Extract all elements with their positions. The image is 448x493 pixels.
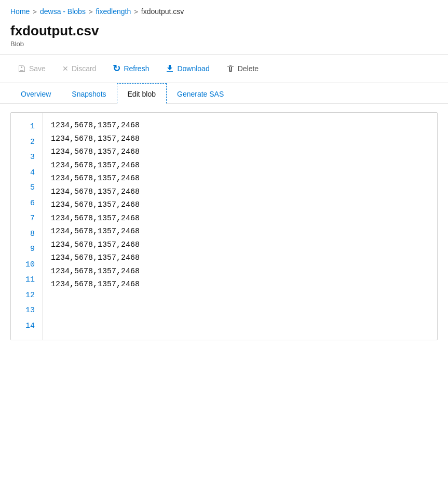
page-title: fxdoutput.csv <box>10 23 438 39</box>
editor-content: 1234567891011121314 1234,5678,1357,24681… <box>11 113 437 340</box>
line-number: 2 <box>11 135 42 150</box>
code-line: 1234,5678,1357,2468 <box>51 265 429 278</box>
discard-label: Discard <box>72 64 96 73</box>
breadcrumb-fixedlength[interactable]: fixedlength <box>96 7 131 16</box>
code-line: 1234,5678,1357,2468 <box>51 119 429 132</box>
line-number: 7 <box>11 211 42 226</box>
line-number: 4 <box>11 165 42 181</box>
line-number: 13 <box>11 303 42 318</box>
save-label: Save <box>29 64 46 73</box>
code-line: 1234,5678,1357,2468 <box>51 159 429 172</box>
line-numbers: 1234567891011121314 <box>11 113 42 340</box>
refresh-label: Refresh <box>124 64 149 73</box>
download-icon <box>166 64 174 73</box>
code-line: 1234,5678,1357,2468 <box>51 185 429 199</box>
code-line: 1234,5678,1357,2468 <box>51 198 429 212</box>
tab-overview[interactable]: Overview <box>10 84 61 103</box>
page-title-area: fxdoutput.csv Blob <box>0 21 448 55</box>
tab-snapshots[interactable]: Snapshots <box>61 84 116 103</box>
line-number: 8 <box>11 226 42 242</box>
delete-icon <box>226 64 235 73</box>
code-line: 1234,5678,1357,2468 <box>51 212 429 225</box>
save-icon <box>18 64 26 73</box>
line-number: 1 <box>11 119 42 135</box>
refresh-button[interactable]: ↻ Refresh <box>105 60 156 77</box>
toolbar: Save ✕ Discard ↻ Refresh Download Delete <box>0 55 448 83</box>
tabs: Overview Snapshots Edit blob Generate SA… <box>0 83 448 104</box>
breadcrumb-sep-1: > <box>33 8 37 16</box>
line-number: 9 <box>11 242 42 257</box>
line-number: 10 <box>11 257 42 273</box>
download-button[interactable]: Download <box>158 61 216 76</box>
code-line: 1234,5678,1357,2468 <box>51 251 429 265</box>
code-line: 1234,5678,1357,2468 <box>51 172 429 185</box>
code-line: 1234,5678,1357,2468 <box>51 225 429 238</box>
tab-edit-blob[interactable]: Edit blob <box>117 83 167 103</box>
editor-area: 1234567891011121314 1234,5678,1357,24681… <box>10 112 438 340</box>
line-number: 14 <box>11 318 42 334</box>
code-line: 1234,5678,1357,2468 <box>51 145 429 159</box>
line-number: 3 <box>11 150 42 165</box>
save-button[interactable]: Save <box>10 61 53 76</box>
line-number: 5 <box>11 180 42 196</box>
breadcrumb: Home > dewsa - Blobs > fixedlength > fxd… <box>0 0 448 21</box>
breadcrumb-sep-2: > <box>89 8 93 16</box>
discard-button[interactable]: ✕ Discard <box>55 61 103 76</box>
line-number: 11 <box>11 272 42 288</box>
line-number: 6 <box>11 196 42 211</box>
tab-generate-sas[interactable]: Generate SAS <box>167 84 234 103</box>
delete-button[interactable]: Delete <box>219 61 266 76</box>
discard-icon: ✕ <box>62 64 69 73</box>
page-subtitle: Blob <box>10 40 438 48</box>
code-line <box>51 291 429 305</box>
code-line: 1234,5678,1357,2468 <box>51 132 429 146</box>
breadcrumb-blobs[interactable]: dewsa - Blobs <box>40 7 86 16</box>
breadcrumb-current: fxdoutput.csv <box>141 7 184 16</box>
refresh-icon: ↻ <box>113 63 120 74</box>
delete-label: Delete <box>238 64 259 73</box>
code-line: 1234,5678,1357,2468 <box>51 278 429 291</box>
code-line: 1234,5678,1357,2468 <box>51 238 429 252</box>
line-number: 12 <box>11 288 42 303</box>
breadcrumb-sep-3: > <box>134 8 138 16</box>
code-lines[interactable]: 1234,5678,1357,24681234,5678,1357,246812… <box>42 113 437 340</box>
download-label: Download <box>177 64 209 73</box>
breadcrumb-home[interactable]: Home <box>10 7 30 16</box>
